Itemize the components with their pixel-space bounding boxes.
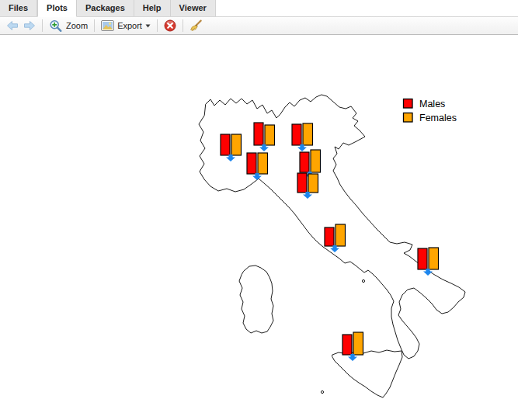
zoom-plot-button[interactable]: Zoom [47,19,90,33]
females-bar [303,123,313,145]
forward-button[interactable] [21,19,38,32]
broom-icon [189,19,203,33]
back-arrow-icon [6,20,19,31]
export-image-icon [101,20,114,31]
zoom-button-label: Zoom [66,22,88,30]
zoom-magnifier-icon [49,19,63,33]
plots-toolbar: Zoom Export [0,17,518,35]
clear-plots-button[interactable] [187,19,205,33]
males-bar [247,153,256,174]
females-bar [353,332,363,355]
females-bar [308,174,318,193]
tab-files[interactable]: Files [0,0,37,16]
map-plot: Males Females [0,35,518,420]
dropdown-caret-icon [145,24,151,28]
remove-plot-button[interactable] [162,19,179,33]
males-bar [418,248,427,269]
toolbar-separator [157,19,158,32]
map-bar-site-9 [342,332,363,361]
map-bar-site-6 [297,173,318,199]
toolbar-separator [42,19,43,32]
females-bar [265,125,275,145]
tab-plots[interactable]: Plots [37,0,77,17]
females-bar [311,150,321,172]
forward-arrow-icon [23,20,36,31]
sicily-outline [332,350,402,397]
males-bar [254,123,263,145]
females-legend-swatch [404,113,413,123]
map-bar-site-3 [247,153,268,180]
females-bar [258,153,268,174]
tab-packages[interactable]: Packages [77,0,134,16]
females-legend-label: Females [419,113,457,123]
small-island [362,279,364,282]
females-bar [231,134,242,155]
tab-help[interactable]: Help [134,0,171,16]
females-bar [429,248,439,269]
males-bar [342,335,352,355]
males-legend-swatch [404,99,413,109]
males-bar [300,152,309,172]
toolbar-separator [94,19,95,32]
tab-viewer[interactable]: Viewer [171,0,216,16]
map-bar-site-4 [292,123,313,151]
males-bar [292,124,301,145]
males-bar [297,173,307,193]
females-bar [335,224,346,246]
map-bar-site-7 [325,224,346,252]
map-legend: Males Females [404,99,457,123]
map-bar-site-8 [418,248,439,276]
males-bar [325,227,334,246]
plot-area: Males Females [0,35,518,420]
males-bar [221,134,230,155]
sardinia-outline [239,266,273,333]
site-bars-layer [221,123,439,361]
remove-x-icon [164,19,176,32]
export-button-label: Export [117,22,142,30]
small-island [321,390,323,393]
males-legend-label: Males [419,99,445,109]
export-plot-button[interactable]: Export [99,19,153,32]
back-button[interactable] [4,19,21,32]
pane-tabbar: Files Plots Packages Help Viewer [0,0,518,17]
map-bar-site-2 [254,123,275,151]
toolbar-separator [183,19,183,32]
map-bar-site-1 [221,134,242,161]
